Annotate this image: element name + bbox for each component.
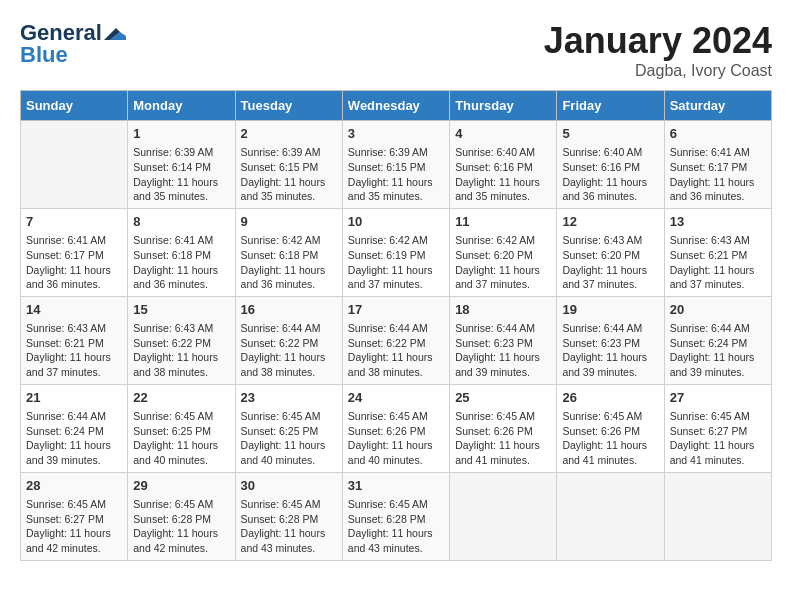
day-number: 13	[670, 213, 766, 231]
calendar-cell	[450, 472, 557, 560]
calendar-cell: 26Sunrise: 6:45 AM Sunset: 6:26 PM Dayli…	[557, 384, 664, 472]
calendar-cell: 20Sunrise: 6:44 AM Sunset: 6:24 PM Dayli…	[664, 296, 771, 384]
calendar-week-row: 7Sunrise: 6:41 AM Sunset: 6:17 PM Daylig…	[21, 208, 772, 296]
location: Dagba, Ivory Coast	[544, 62, 772, 80]
day-info: Sunrise: 6:39 AM Sunset: 6:15 PM Dayligh…	[241, 145, 337, 204]
day-info: Sunrise: 6:45 AM Sunset: 6:28 PM Dayligh…	[133, 497, 229, 556]
day-info: Sunrise: 6:45 AM Sunset: 6:28 PM Dayligh…	[241, 497, 337, 556]
day-number: 28	[26, 477, 122, 495]
calendar-cell: 13Sunrise: 6:43 AM Sunset: 6:21 PM Dayli…	[664, 208, 771, 296]
calendar-cell	[21, 121, 128, 209]
day-number: 16	[241, 301, 337, 319]
day-info: Sunrise: 6:40 AM Sunset: 6:16 PM Dayligh…	[455, 145, 551, 204]
day-info: Sunrise: 6:39 AM Sunset: 6:15 PM Dayligh…	[348, 145, 444, 204]
calendar-cell: 24Sunrise: 6:45 AM Sunset: 6:26 PM Dayli…	[342, 384, 449, 472]
title-block: January 2024 Dagba, Ivory Coast	[544, 20, 772, 80]
calendar-cell	[664, 472, 771, 560]
day-info: Sunrise: 6:45 AM Sunset: 6:26 PM Dayligh…	[562, 409, 658, 468]
day-info: Sunrise: 6:44 AM Sunset: 6:24 PM Dayligh…	[670, 321, 766, 380]
day-info: Sunrise: 6:43 AM Sunset: 6:21 PM Dayligh…	[670, 233, 766, 292]
calendar-cell: 2Sunrise: 6:39 AM Sunset: 6:15 PM Daylig…	[235, 121, 342, 209]
day-number: 2	[241, 125, 337, 143]
day-number: 3	[348, 125, 444, 143]
day-number: 7	[26, 213, 122, 231]
calendar-cell: 17Sunrise: 6:44 AM Sunset: 6:22 PM Dayli…	[342, 296, 449, 384]
calendar-table: SundayMondayTuesdayWednesdayThursdayFrid…	[20, 90, 772, 561]
calendar-cell: 6Sunrise: 6:41 AM Sunset: 6:17 PM Daylig…	[664, 121, 771, 209]
day-info: Sunrise: 6:44 AM Sunset: 6:22 PM Dayligh…	[348, 321, 444, 380]
calendar-cell: 31Sunrise: 6:45 AM Sunset: 6:28 PM Dayli…	[342, 472, 449, 560]
calendar-cell: 28Sunrise: 6:45 AM Sunset: 6:27 PM Dayli…	[21, 472, 128, 560]
day-number: 17	[348, 301, 444, 319]
day-info: Sunrise: 6:44 AM Sunset: 6:24 PM Dayligh…	[26, 409, 122, 468]
day-number: 31	[348, 477, 444, 495]
day-info: Sunrise: 6:45 AM Sunset: 6:27 PM Dayligh…	[670, 409, 766, 468]
logo: General Blue	[20, 20, 126, 68]
day-info: Sunrise: 6:45 AM Sunset: 6:27 PM Dayligh…	[26, 497, 122, 556]
day-number: 21	[26, 389, 122, 407]
day-number: 10	[348, 213, 444, 231]
calendar-cell: 29Sunrise: 6:45 AM Sunset: 6:28 PM Dayli…	[128, 472, 235, 560]
day-number: 30	[241, 477, 337, 495]
calendar-cell: 22Sunrise: 6:45 AM Sunset: 6:25 PM Dayli…	[128, 384, 235, 472]
calendar-cell: 10Sunrise: 6:42 AM Sunset: 6:19 PM Dayli…	[342, 208, 449, 296]
day-number: 27	[670, 389, 766, 407]
day-number: 23	[241, 389, 337, 407]
day-info: Sunrise: 6:41 AM Sunset: 6:17 PM Dayligh…	[26, 233, 122, 292]
weekday-header-row: SundayMondayTuesdayWednesdayThursdayFrid…	[21, 91, 772, 121]
month-title: January 2024	[544, 20, 772, 62]
calendar-cell: 8Sunrise: 6:41 AM Sunset: 6:18 PM Daylig…	[128, 208, 235, 296]
day-info: Sunrise: 6:43 AM Sunset: 6:22 PM Dayligh…	[133, 321, 229, 380]
calendar-cell: 23Sunrise: 6:45 AM Sunset: 6:25 PM Dayli…	[235, 384, 342, 472]
logo-blue: Blue	[20, 42, 68, 68]
day-number: 11	[455, 213, 551, 231]
day-number: 12	[562, 213, 658, 231]
weekday-header-friday: Friday	[557, 91, 664, 121]
weekday-header-monday: Monday	[128, 91, 235, 121]
page-header: General Blue January 2024 Dagba, Ivory C…	[20, 20, 772, 80]
day-info: Sunrise: 6:45 AM Sunset: 6:25 PM Dayligh…	[133, 409, 229, 468]
day-number: 15	[133, 301, 229, 319]
calendar-cell: 16Sunrise: 6:44 AM Sunset: 6:22 PM Dayli…	[235, 296, 342, 384]
calendar-week-row: 1Sunrise: 6:39 AM Sunset: 6:14 PM Daylig…	[21, 121, 772, 209]
calendar-cell: 15Sunrise: 6:43 AM Sunset: 6:22 PM Dayli…	[128, 296, 235, 384]
day-info: Sunrise: 6:44 AM Sunset: 6:22 PM Dayligh…	[241, 321, 337, 380]
day-info: Sunrise: 6:43 AM Sunset: 6:21 PM Dayligh…	[26, 321, 122, 380]
day-info: Sunrise: 6:45 AM Sunset: 6:26 PM Dayligh…	[348, 409, 444, 468]
calendar-cell: 27Sunrise: 6:45 AM Sunset: 6:27 PM Dayli…	[664, 384, 771, 472]
calendar-cell: 19Sunrise: 6:44 AM Sunset: 6:23 PM Dayli…	[557, 296, 664, 384]
day-info: Sunrise: 6:44 AM Sunset: 6:23 PM Dayligh…	[455, 321, 551, 380]
calendar-week-row: 28Sunrise: 6:45 AM Sunset: 6:27 PM Dayli…	[21, 472, 772, 560]
day-info: Sunrise: 6:44 AM Sunset: 6:23 PM Dayligh…	[562, 321, 658, 380]
day-number: 14	[26, 301, 122, 319]
day-number: 8	[133, 213, 229, 231]
calendar-cell: 7Sunrise: 6:41 AM Sunset: 6:17 PM Daylig…	[21, 208, 128, 296]
day-info: Sunrise: 6:42 AM Sunset: 6:19 PM Dayligh…	[348, 233, 444, 292]
calendar-cell: 30Sunrise: 6:45 AM Sunset: 6:28 PM Dayli…	[235, 472, 342, 560]
calendar-cell: 9Sunrise: 6:42 AM Sunset: 6:18 PM Daylig…	[235, 208, 342, 296]
calendar-cell: 25Sunrise: 6:45 AM Sunset: 6:26 PM Dayli…	[450, 384, 557, 472]
weekday-header-wednesday: Wednesday	[342, 91, 449, 121]
day-info: Sunrise: 6:41 AM Sunset: 6:18 PM Dayligh…	[133, 233, 229, 292]
calendar-cell: 12Sunrise: 6:43 AM Sunset: 6:20 PM Dayli…	[557, 208, 664, 296]
day-number: 9	[241, 213, 337, 231]
day-number: 6	[670, 125, 766, 143]
weekday-header-tuesday: Tuesday	[235, 91, 342, 121]
day-number: 5	[562, 125, 658, 143]
calendar-cell: 18Sunrise: 6:44 AM Sunset: 6:23 PM Dayli…	[450, 296, 557, 384]
day-number: 25	[455, 389, 551, 407]
day-info: Sunrise: 6:40 AM Sunset: 6:16 PM Dayligh…	[562, 145, 658, 204]
calendar-week-row: 14Sunrise: 6:43 AM Sunset: 6:21 PM Dayli…	[21, 296, 772, 384]
day-number: 26	[562, 389, 658, 407]
calendar-cell: 14Sunrise: 6:43 AM Sunset: 6:21 PM Dayli…	[21, 296, 128, 384]
day-number: 20	[670, 301, 766, 319]
day-number: 29	[133, 477, 229, 495]
calendar-week-row: 21Sunrise: 6:44 AM Sunset: 6:24 PM Dayli…	[21, 384, 772, 472]
day-info: Sunrise: 6:43 AM Sunset: 6:20 PM Dayligh…	[562, 233, 658, 292]
calendar-cell: 3Sunrise: 6:39 AM Sunset: 6:15 PM Daylig…	[342, 121, 449, 209]
day-info: Sunrise: 6:45 AM Sunset: 6:28 PM Dayligh…	[348, 497, 444, 556]
calendar-cell: 1Sunrise: 6:39 AM Sunset: 6:14 PM Daylig…	[128, 121, 235, 209]
day-info: Sunrise: 6:45 AM Sunset: 6:26 PM Dayligh…	[455, 409, 551, 468]
day-info: Sunrise: 6:41 AM Sunset: 6:17 PM Dayligh…	[670, 145, 766, 204]
calendar-cell: 5Sunrise: 6:40 AM Sunset: 6:16 PM Daylig…	[557, 121, 664, 209]
